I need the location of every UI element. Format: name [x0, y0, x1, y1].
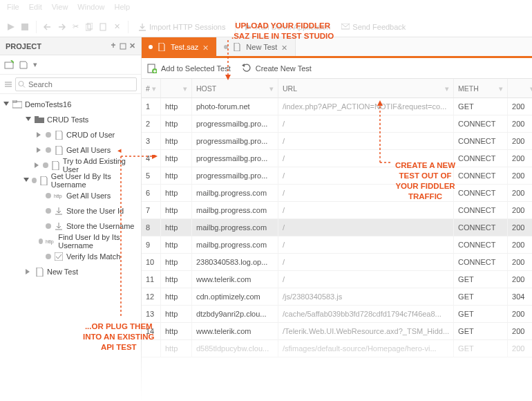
- svg-rect-1: [21, 24, 28, 30]
- tree-node-step-verify[interactable]: Verify Ids Match: [3, 249, 141, 264]
- tab-close-icon[interactable]: ✕: [281, 44, 288, 50]
- grid-row[interactable]: 6 http mailbg.progress.com / CONNECT 200…: [142, 185, 532, 202]
- tree-node-get-all[interactable]: Get All Users◂: [3, 142, 141, 158]
- grid-row[interactable]: 9 http mailbg.progress.com / CONNECT 200…: [142, 236, 532, 254]
- col-proto[interactable]: ▾: [161, 79, 192, 97]
- cell-method: CONNECT: [454, 150, 508, 167]
- maximize-icon[interactable]: [120, 43, 126, 50]
- cut-icon[interactable]: ✂: [70, 21, 81, 32]
- svg-marker-13: [26, 117, 31, 121]
- cell-host: 2380340583.log.op...: [192, 254, 278, 270]
- cell-status: 200: [508, 150, 532, 167]
- copy-icon[interactable]: [84, 21, 95, 32]
- tree-node-try-add[interactable]: Try to Add Existing User: [3, 158, 141, 173]
- tree-node-crud[interactable]: CRUD Tests: [3, 112, 141, 127]
- tree-node-get-user-by-name[interactable]: Get User Id By Its Username: [3, 173, 141, 188]
- project-title: PROJECT: [6, 42, 41, 50]
- doc-icon: [35, 267, 44, 277]
- new-project-icon[interactable]: [4, 60, 14, 70]
- col-host[interactable]: HOST▾: [192, 79, 278, 97]
- menu-window[interactable]: Window: [77, 3, 104, 14]
- svg-marker-0: [8, 24, 15, 30]
- redo-icon[interactable]: [56, 21, 67, 32]
- expand-icon[interactable]: [36, 147, 43, 153]
- cell-host: dtzbdy9anri2p.clou...: [192, 306, 278, 322]
- add-to-test-button[interactable]: Add to Selected Test: [147, 64, 231, 73]
- grid-row[interactable]: 12 http cdn.optimizely.com /js/238034058…: [142, 288, 532, 306]
- tree-node-crud-user[interactable]: CRUD of User: [3, 127, 141, 142]
- grid-row[interactable]: http d585tldpucybw.clou... /sfimages/def…: [142, 340, 532, 357]
- expand-icon[interactable]: [25, 268, 32, 275]
- cell-method: CONNECT: [454, 202, 508, 218]
- http-icon: http: [46, 236, 55, 246]
- doc-icon: [54, 130, 64, 140]
- cell-proto: http: [161, 202, 192, 218]
- run-icon[interactable]: [6, 21, 17, 32]
- cell-url: /: [278, 150, 454, 167]
- svg-marker-16: [37, 132, 41, 138]
- project-panel: PROJECT ✕ ▾ DemoTests16: [0, 37, 142, 401]
- cell-method: CONNECT: [454, 167, 508, 184]
- cell-url: /Telerik.Web.UI.WebResource.axd?_TSM_Hid…: [278, 323, 454, 339]
- cell-status: 200: [508, 323, 532, 339]
- debug-icon[interactable]: [19, 21, 30, 32]
- tab-close-icon[interactable]: ✕: [202, 44, 209, 50]
- cell-host: progressmailbg.pro...: [192, 150, 278, 167]
- tab-test-saz[interactable]: Test.saz ✕: [142, 37, 217, 56]
- grid-row[interactable]: 14 http www.telerik.com /Telerik.Web.UI.…: [142, 323, 532, 340]
- tree-node-step-store-name[interactable]: Store the Username: [3, 218, 141, 234]
- menu-view[interactable]: View: [52, 3, 68, 14]
- delete-icon[interactable]: ✕: [111, 21, 122, 32]
- close-panel-icon[interactable]: ✕: [129, 41, 135, 50]
- create-new-test-button[interactable]: Create New Test: [242, 64, 312, 73]
- grid-row[interactable]: 1 http photo-forum.net /index.php?APP_AC…: [142, 98, 532, 115]
- feedback-button[interactable]: Send Feedback: [337, 21, 410, 32]
- grid-row[interactable]: 8 http mailbg.progress.com / CONNECT 200…: [142, 219, 532, 236]
- grid-row[interactable]: 7 http mailbg.progress.com / CONNECT 200…: [142, 202, 532, 219]
- tree-node-step-find[interactable]: httpFind User Id by Its Username: [3, 234, 141, 249]
- tab-new-test[interactable]: New Test ✕: [217, 37, 296, 56]
- cell-index: 7: [142, 202, 161, 218]
- save-icon[interactable]: [19, 61, 28, 69]
- collapse-icon[interactable]: [4, 80, 12, 88]
- cell-proto: http: [161, 306, 192, 322]
- tree-node-step-store-id[interactable]: Store the User Id: [3, 203, 141, 218]
- cell-host: progressmailbg.pro...: [192, 167, 278, 184]
- menu-help[interactable]: Help: [114, 3, 130, 14]
- grid-row[interactable]: 11 http www.telerik.com / GET 200 0 ms: [142, 271, 532, 288]
- grid-row[interactable]: 5 http progressmailbg.pro... / CONNECT 2…: [142, 167, 532, 185]
- grid-row[interactable]: 13 http dtzbdy9anri2p.clou... /cache/5af…: [142, 306, 532, 323]
- run-demo-button[interactable]: Run Demo Application: [241, 21, 334, 32]
- tree-root[interactable]: DemoTests16: [3, 97, 141, 112]
- expand-icon[interactable]: [36, 131, 43, 138]
- tree-node-new-test-tree[interactable]: New Test: [3, 264, 141, 279]
- cell-method: GET: [454, 323, 508, 339]
- doc-icon: [39, 176, 48, 185]
- undo-icon[interactable]: [42, 21, 53, 32]
- import-sessions-button[interactable]: Import HTTP Sessions: [134, 21, 229, 32]
- expand-icon[interactable]: [34, 162, 40, 169]
- grid-row[interactable]: 4 http progressmailbg.pro... / CONNECT 2…: [142, 150, 532, 167]
- tree-label: Store the Username: [66, 222, 134, 230]
- status-dot: [46, 193, 51, 198]
- svg-marker-10: [3, 102, 9, 106]
- cell-method: CONNECT: [454, 133, 508, 149]
- tree-node-step-get-all[interactable]: httpGet All Users: [3, 188, 141, 203]
- grid-row[interactable]: 3 http progressmailbg.pro... / CONNECT 2…: [142, 133, 532, 150]
- collapse-icon[interactable]: [23, 177, 29, 184]
- col-index[interactable]: #▾: [142, 79, 161, 97]
- grid-row[interactable]: 2 http progressmailbg.pro... / CONNECT 2…: [142, 115, 532, 133]
- menu-file[interactable]: File: [7, 3, 19, 14]
- menu-edit[interactable]: Edit: [29, 3, 42, 14]
- col-method[interactable]: METH▾: [454, 79, 508, 97]
- filter-icon[interactable]: ▾: [152, 84, 156, 93]
- project-search-input[interactable]: [15, 77, 137, 91]
- tree-label: Try to Add Existing User: [63, 157, 138, 174]
- pin-icon[interactable]: [110, 43, 117, 50]
- col-url[interactable]: URL▾: [278, 79, 454, 97]
- paste-icon[interactable]: [97, 21, 108, 32]
- collapse-icon[interactable]: [25, 116, 32, 123]
- col-status[interactable]: ▾: [508, 79, 532, 97]
- svg-marker-17: [37, 147, 41, 153]
- grid-row[interactable]: 10 http 2380340583.log.op... / CONNECT 2…: [142, 254, 532, 271]
